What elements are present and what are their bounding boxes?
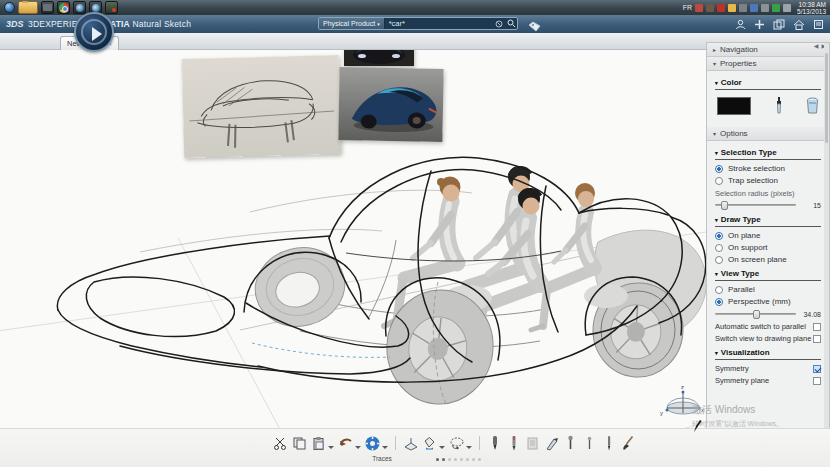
slider-thumb[interactable] [753, 310, 760, 319]
section-properties[interactable]: ▾ Properties [707, 57, 829, 71]
section-navigation[interactable]: ▸ Navigation [707, 43, 829, 57]
note-tool-button[interactable] [524, 434, 541, 452]
perspective-slider[interactable]: 34.08 [715, 309, 821, 319]
tray-language[interactable]: FR [683, 4, 692, 11]
scissors-icon [273, 436, 288, 451]
undo-dropdown-caret[interactable] [355, 446, 361, 449]
checkbox-icon[interactable] [813, 323, 821, 331]
taskbar-item-catia1[interactable] [73, 1, 86, 14]
eyedropper-icon[interactable] [773, 96, 785, 116]
search-input[interactable]: *car* [385, 19, 493, 28]
properties-panel: ◀ ▶ ▸ Navigation ▾ Properties ▾ Color [706, 42, 830, 437]
tray-icon-3[interactable] [717, 4, 725, 12]
liner-tool-button[interactable] [600, 434, 617, 452]
radio-parallel[interactable]: Parallel [715, 285, 821, 294]
taskbar-item-app1[interactable] [41, 1, 54, 14]
cutter-tool-button[interactable] [543, 434, 560, 452]
chevron-down-icon: ▾ [713, 60, 716, 67]
sketch-plane-button[interactable] [402, 434, 419, 452]
page-dots[interactable] [436, 458, 481, 461]
pin-icon [585, 435, 594, 451]
radio-label: On support [728, 243, 768, 252]
taskbar-item-chrome[interactable] [57, 1, 70, 14]
update-dropdown-caret[interactable] [382, 446, 388, 449]
reference-image-blue-car[interactable] [338, 67, 443, 142]
search-scope-label: Physical Product [323, 20, 375, 27]
visualization-subheader[interactable]: ▾ Visualization [715, 348, 821, 357]
tray-icon-9[interactable] [783, 4, 791, 12]
lasso-dropdown-caret[interactable] [466, 446, 472, 449]
paste-dropdown-caret[interactable] [328, 446, 334, 449]
search-bar[interactable]: Physical Product ▾ *car* [318, 17, 518, 30]
sketch-plane-icon [403, 436, 419, 451]
brush-tool-button[interactable] [619, 434, 636, 452]
tray-icon-1[interactable] [695, 4, 703, 12]
update-button[interactable] [364, 434, 381, 452]
cut-button[interactable] [272, 434, 289, 452]
undo-button[interactable] [337, 434, 354, 452]
undo-icon [338, 436, 354, 451]
chevron-down-icon: ▾ [715, 350, 718, 356]
tray-icon-4[interactable] [728, 4, 736, 12]
paint-pot-icon[interactable] [806, 96, 819, 116]
add-icon[interactable] [754, 19, 765, 30]
reference-image-sketch[interactable] [182, 55, 342, 158]
3ds-compass-widget[interactable] [74, 12, 114, 52]
selection-type-subheader[interactable]: ▾ Selection Type [715, 148, 821, 157]
view-type-subheader[interactable]: ▾ View Type [715, 269, 821, 278]
taskbar-item-media[interactable] [105, 1, 118, 14]
home-icon[interactable] [793, 19, 805, 30]
pin-small-tool-button[interactable] [581, 434, 598, 452]
marker-tool-button[interactable] [486, 434, 503, 452]
radio-trap-selection[interactable]: Trap selection [715, 176, 821, 185]
paint-button[interactable] [421, 434, 438, 452]
notes-icon[interactable] [813, 19, 824, 30]
checkbox-icon[interactable] [813, 335, 821, 343]
radio-stroke-selection[interactable]: Stroke selection [715, 164, 821, 173]
check-symmetry[interactable]: Symmetry [715, 364, 821, 373]
check-switch-view[interactable]: Switch view to drawing plane [715, 334, 821, 343]
user-icon[interactable] [735, 19, 746, 30]
checkbox-icon[interactable] [813, 365, 821, 373]
panel-scrollbar[interactable] [824, 43, 829, 436]
pin-large-tool-button[interactable] [562, 434, 579, 452]
check-automatic-switch[interactable]: Automatic switch to parallel [715, 322, 821, 331]
section-options[interactable]: ▾ Options [707, 127, 829, 141]
taskbar-clock[interactable]: 10:38 AM 5/13/2013 [797, 1, 826, 15]
selection-radius-slider[interactable]: 15 [715, 200, 821, 210]
pager-left-icon[interactable]: ◀ [814, 42, 819, 49]
tray-icon-2[interactable] [706, 4, 714, 12]
checkbox-label: Symmetry [715, 364, 749, 373]
paint-dropdown-caret[interactable] [439, 446, 445, 449]
tray-icon-6[interactable] [750, 4, 758, 12]
search-scope-dropdown[interactable]: Physical Product ▾ [319, 18, 385, 29]
clear-search-icon[interactable] [493, 20, 505, 28]
titlebar-actions [735, 19, 824, 30]
taskbar-item-explorer[interactable] [18, 1, 38, 14]
tray-icon-5[interactable] [739, 4, 747, 12]
color-subheader[interactable]: ▾ Color [715, 78, 821, 87]
slider-thumb[interactable] [721, 201, 728, 210]
radio-on-plane[interactable]: On plane [715, 231, 821, 240]
perspective-value: 34.08 [801, 311, 821, 318]
copy-button[interactable] [291, 434, 308, 452]
radio-perspective[interactable]: Perspective (mm) [715, 297, 821, 306]
paste-button[interactable] [310, 434, 327, 452]
check-symmetry-plane[interactable]: Symmetry plane [715, 376, 821, 385]
draw-type-subheader[interactable]: ▾ Draw Type [715, 215, 821, 224]
lasso-select-button[interactable] [448, 434, 465, 452]
pen-tool-button[interactable] [505, 434, 522, 452]
tray-icon-8[interactable] [772, 4, 780, 12]
radio-on-screen-plane[interactable]: On screen plane [715, 255, 821, 264]
tray-icon-7[interactable] [761, 4, 769, 12]
color-swatch[interactable] [717, 97, 751, 115]
checkbox-icon[interactable] [813, 377, 821, 385]
radio-icon [715, 286, 723, 294]
toolbar-separator [479, 436, 480, 450]
activate-windows-watermark: 激活 Windows 转到“设置”以激活 Windows。 [692, 403, 783, 429]
scrollbar-thumb[interactable] [825, 53, 828, 143]
start-button[interactable] [4, 2, 15, 13]
search-icon[interactable] [505, 19, 517, 28]
share-icon[interactable] [773, 19, 785, 30]
radio-on-support[interactable]: On support [715, 243, 821, 252]
